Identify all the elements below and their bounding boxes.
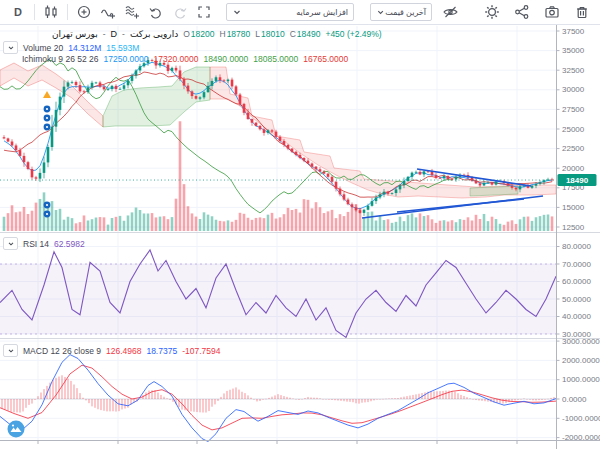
close-value: 18490 [297, 29, 321, 39]
rsi-pane [0, 250, 556, 338]
exchange-name: بورس تهران [52, 29, 98, 39]
snapshot-button[interactable] [542, 2, 562, 22]
volume-collapse-button[interactable] [3, 41, 18, 54]
chart-style-candles-button[interactable] [41, 2, 61, 22]
time-axis[interactable] [0, 441, 600, 445]
macd-line-value: 18.7375 [146, 346, 177, 356]
svg-text:18490: 18490 [566, 176, 589, 185]
chevron-down-icon [7, 240, 15, 248]
capital-increase-dropdown[interactable]: افزایش سرمایه [226, 3, 354, 21]
undo-button[interactable] [146, 2, 166, 22]
ichimoku-label: Ichimoku 9 26 52 26 [22, 54, 99, 64]
rsi-collapse-button[interactable] [3, 237, 18, 250]
senkou-a-value: 18085.0000 [253, 54, 298, 64]
svg-text:70.0000: 70.0000 [562, 260, 591, 269]
indicators-icon [100, 4, 117, 20]
toolbar-separator [34, 4, 35, 20]
volume-ma-value: 15.593M [106, 43, 139, 53]
open-value: 18200 [191, 29, 215, 39]
senkou-b-value: 16765.0000 [303, 54, 348, 64]
camera-icon [544, 4, 560, 20]
chevron-down-icon [376, 7, 385, 17]
chart-canvas[interactable]: 3750035000325003000027500250002250020000… [0, 25, 600, 449]
settings-button[interactable] [482, 2, 502, 22]
volume-value: 14.312M [68, 43, 101, 53]
svg-text:1000.0000: 1000.0000 [562, 375, 600, 384]
indicator-templates-icon [124, 4, 141, 20]
chevron-down-icon [7, 347, 15, 355]
svg-text:27500: 27500 [562, 105, 585, 114]
volume-legend: Volume 20 14.312M 15.593M [3, 41, 139, 54]
macd-signal-value: -107.7594 [182, 346, 220, 356]
hide-drawings-button[interactable] [440, 2, 460, 22]
change-value: +450 (+2.49%) [325, 29, 381, 39]
toolbar-separator [67, 4, 68, 20]
top-toolbar: D [0, 0, 600, 25]
macd-collapse-button[interactable] [3, 344, 18, 357]
eye-slash-icon [442, 4, 459, 20]
capital-increase-label: افزایش سرمایه [242, 8, 348, 17]
fullscreen-button[interactable] [194, 2, 214, 22]
compare-button[interactable] [74, 2, 94, 22]
svg-text:80.0000: 80.0000 [562, 242, 591, 251]
delete-button[interactable] [572, 2, 592, 22]
svg-text:50.0000: 50.0000 [562, 295, 591, 304]
macd-label: MACD 12 26 close 9 [23, 346, 101, 356]
kijun-value: 17320.0000 [153, 54, 198, 64]
circle-plus-icon [76, 4, 92, 20]
share-button[interactable] [512, 2, 532, 22]
chevron-down-icon [232, 7, 242, 17]
charting-app: D [0, 0, 600, 449]
volume-label: Volume 20 [23, 43, 63, 53]
macd-hist-value: 126.4968 [106, 346, 141, 356]
symbol-name: دارویی برکت [130, 29, 178, 39]
high-value: 18780 [227, 29, 251, 39]
rsi-label: RSI 14 [23, 239, 49, 249]
svg-text:37500: 37500 [562, 27, 585, 36]
svg-text:12500: 12500 [562, 223, 585, 232]
fullscreen-icon [196, 4, 212, 20]
ichimoku-legend: Ichimoku 9 26 52 26 17250.0000 17320.000… [22, 54, 348, 64]
svg-text:30000: 30000 [562, 85, 585, 94]
svg-text:15000: 15000 [562, 203, 585, 212]
svg-text:0.0000: 0.0000 [562, 395, 587, 404]
interval-button[interactable]: D [8, 2, 28, 22]
svg-text:32500: 32500 [562, 66, 585, 75]
svg-text:60.0000: 60.0000 [562, 277, 591, 286]
rsi-value: 62.5982 [54, 239, 85, 249]
last-price-dropdown[interactable]: آخرین قیمت [370, 3, 432, 21]
rsi-legend: RSI 14 62.5982 [3, 237, 85, 250]
undo-icon [148, 4, 164, 20]
legend-interval: D [111, 29, 118, 39]
platform-logo[interactable] [7, 420, 25, 438]
last-price-label: آخرین قیمت [385, 8, 426, 17]
mountain-logo-icon [7, 420, 25, 438]
svg-text:40.0000: 40.0000 [562, 312, 591, 321]
share-icon [514, 4, 530, 20]
low-value: 18010 [261, 29, 285, 39]
svg-text:20000: 20000 [562, 164, 585, 173]
svg-text:35000: 35000 [562, 46, 585, 55]
svg-text:3000.0000: 3000.0000 [562, 337, 600, 346]
candles-icon [43, 4, 59, 20]
svg-text:2000.0000: 2000.0000 [562, 356, 600, 365]
chevron-down-icon [7, 44, 15, 52]
svg-text:25000: 25000 [562, 125, 585, 134]
templates-button[interactable] [122, 2, 142, 22]
symbol-legend: بورس تهران - D - دارویی برکت O18200 H187… [52, 29, 382, 39]
macd-legend: MACD 12 26 close 9 126.4968 18.7375 -107… [3, 344, 220, 357]
volume-series [3, 121, 554, 231]
trash-icon [574, 4, 590, 20]
chikou-value: 18490.0000 [203, 54, 248, 64]
price-axis[interactable]: 3750035000325003000027500250002250020000… [556, 25, 600, 449]
svg-text:-1000.0000: -1000.0000 [562, 414, 600, 423]
svg-text:22500: 22500 [562, 144, 585, 153]
indicators-button[interactable] [98, 2, 118, 22]
redo-button[interactable] [170, 2, 190, 22]
macd-pane [0, 355, 556, 442]
tenkan-value: 17250.0000 [104, 54, 149, 64]
gear-icon [484, 4, 500, 20]
redo-icon [172, 4, 188, 20]
